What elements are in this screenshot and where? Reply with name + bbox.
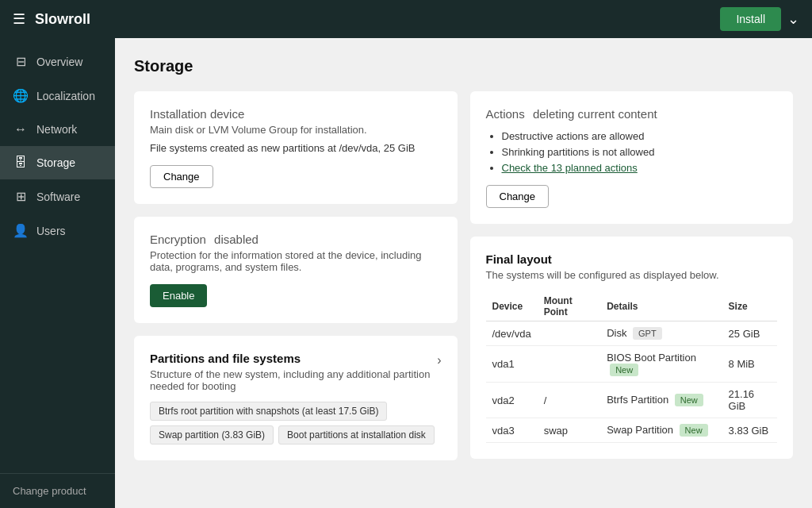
change-product-button[interactable]: Change product	[0, 473, 115, 508]
sidebar-item-network[interactable]: ↔ Network	[0, 113, 115, 146]
menu-icon[interactable]: ☰	[13, 10, 25, 28]
page-title: Storage	[134, 57, 793, 75]
col-details: Details	[600, 292, 722, 321]
overview-icon: ⊟	[13, 54, 29, 69]
actions-change-button[interactable]: Change	[486, 185, 550, 208]
partitions-header: Partitions and file systems ›	[150, 352, 442, 368]
network-icon: ↔	[13, 122, 29, 137]
installation-device-subtitle: Main disk or LVM Volume Group for instal…	[150, 124, 442, 136]
status-badge: New	[675, 394, 703, 406]
partitions-chevron-icon[interactable]: ›	[437, 353, 441, 368]
sidebar-item-label: Software	[36, 190, 80, 203]
final-layout-title: Final layout	[486, 252, 778, 266]
cell-mount: swap	[538, 418, 601, 443]
cell-details: Btrfs Partition New	[600, 383, 722, 418]
action-item-1: Shrinking partitions is not allowed	[502, 146, 778, 158]
partition-tag-boot: Boot partitions at installation disk	[278, 425, 435, 444]
sidebar: ⊟ Overview 🌐 Localization ↔ Network 🗄 St…	[0, 38, 115, 508]
cell-size: 21.16 GiB	[722, 383, 777, 418]
action-item-link: Check the 13 planned actions	[502, 162, 778, 174]
partitions-title: Partitions and file systems	[150, 352, 301, 365]
table-row: vda3 swap Swap Partition New 3.83 GiB	[486, 418, 778, 443]
status-badge: New	[610, 364, 638, 376]
final-layout-subtitle: The systems will be configured as displa…	[486, 269, 778, 281]
left-column: Installation device Main disk or LVM Vol…	[134, 91, 458, 460]
partitions-card: Partitions and file systems › Structure …	[134, 336, 458, 460]
installation-device-title: Installation device	[150, 107, 442, 121]
table-row: vda1 BIOS Boot Partition New 8 MiB	[486, 346, 778, 383]
status-badge: GPT	[633, 327, 662, 340]
partitions-description: Structure of the new system, including a…	[150, 368, 442, 392]
cell-details: BIOS Boot Partition New	[600, 346, 722, 383]
sidebar-item-storage[interactable]: 🗄 Storage	[0, 146, 115, 179]
planned-actions-link[interactable]: Check the 13 planned actions	[502, 162, 638, 174]
encryption-card: Encryption disabled Protection for the i…	[134, 217, 458, 323]
globe-icon: 🌐	[13, 88, 29, 103]
right-column: Actions deleting current content Destruc…	[470, 91, 794, 460]
enable-encryption-button[interactable]: Enable	[150, 284, 207, 307]
sidebar-item-overview[interactable]: ⊟ Overview	[0, 44, 115, 79]
col-size: Size	[722, 292, 777, 321]
partition-tags: Btrfs root partition with snapshots (at …	[150, 402, 442, 444]
partition-tag-btrfs: Btrfs root partition with snapshots (at …	[150, 402, 387, 421]
cell-device: vda2	[486, 383, 538, 418]
sidebar-item-label: Users	[36, 225, 66, 237]
storage-icon: 🗄	[13, 156, 29, 170]
final-layout-card: Final layout The systems will be configu…	[470, 237, 794, 459]
main-layout: ⊟ Overview 🌐 Localization ↔ Network 🗄 St…	[0, 38, 812, 508]
cell-details: Swap Partition New	[600, 418, 722, 443]
actions-card: Actions deleting current content Destruc…	[470, 91, 794, 224]
sidebar-item-software[interactable]: ⊞ Software	[0, 179, 115, 214]
installation-device-info: File systems created as new partitions a…	[150, 142, 442, 154]
encryption-description: Protection for the information stored at…	[150, 249, 442, 273]
actions-list: Destructive actions are allowed Shrinkin…	[486, 130, 778, 174]
table-row: /dev/vda Disk GPT 25 GiB	[486, 321, 778, 346]
partition-tag-swap: Swap partition (3.83 GiB)	[150, 425, 274, 444]
installation-device-card: Installation device Main disk or LVM Vol…	[134, 91, 458, 204]
action-item-0: Destructive actions are allowed	[502, 130, 778, 142]
installation-device-change-button[interactable]: Change	[150, 165, 213, 188]
cell-mount	[538, 346, 601, 383]
encryption-title: Encryption disabled	[150, 233, 442, 246]
cell-mount	[538, 321, 601, 346]
sidebar-item-label: Localization	[36, 90, 95, 102]
users-icon: 👤	[13, 223, 29, 238]
cell-device: /dev/vda	[486, 321, 538, 346]
cell-size: 3.83 GiB	[722, 418, 777, 443]
sidebar-item-users[interactable]: 👤 Users	[0, 214, 115, 248]
chevron-down-icon[interactable]: ⌄	[787, 10, 799, 28]
status-badge: New	[680, 424, 708, 437]
encryption-status: disabled	[214, 233, 259, 246]
software-icon: ⊞	[13, 189, 29, 204]
sidebar-item-localization[interactable]: 🌐 Localization	[0, 79, 115, 113]
cards-grid: Installation device Main disk or LVM Vol…	[134, 91, 793, 460]
table-header-row: Device Mount Point Details Size	[486, 292, 778, 321]
cell-size: 8 MiB	[722, 346, 777, 383]
sidebar-item-label: Network	[36, 123, 77, 136]
final-layout-table: Device Mount Point Details Size /dev/vda…	[486, 292, 778, 443]
cell-details: Disk GPT	[600, 321, 722, 346]
cell-device: vda3	[486, 418, 538, 443]
col-device: Device	[486, 292, 538, 321]
topbar: ☰ Slowroll Install ⌄	[0, 0, 812, 38]
actions-subtitle: deleting current content	[533, 107, 657, 121]
sidebar-item-label: Storage	[36, 156, 75, 169]
col-mount: Mount Point	[538, 292, 601, 321]
install-button[interactable]: Install	[720, 7, 781, 31]
app-title: Slowroll	[35, 11, 720, 28]
main-content: Storage Installation device Main disk or…	[115, 38, 812, 508]
cell-mount: /	[538, 383, 601, 418]
cell-size: 25 GiB	[722, 321, 777, 346]
table-row: vda2 / Btrfs Partition New 21.16 GiB	[486, 383, 778, 418]
cell-device: vda1	[486, 346, 538, 383]
sidebar-item-label: Overview	[36, 56, 82, 68]
actions-title: Actions deleting current content	[486, 107, 778, 121]
